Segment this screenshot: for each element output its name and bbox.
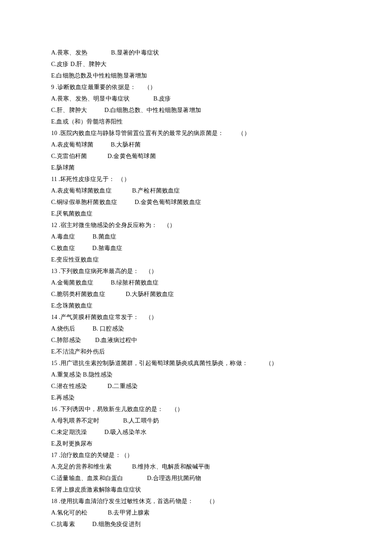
text-line: E.变应性亚败血症 xyxy=(51,254,342,265)
text-line: 15 .用广谱抗生素控制肠道菌群，引起葡萄球菌肠炎或真菌性肠炎，称做： （） xyxy=(51,357,342,369)
text-line: E.再感染 xyxy=(51,392,342,403)
text-line: C.败血症 D.脓毒血症 xyxy=(51,242,342,254)
text-line: 13 .下列败血症病死率最高的是： （） xyxy=(51,265,342,277)
text-line: A.重复感染 B.隐性感染 xyxy=(51,369,342,380)
text-line: E.厌氧菌败血症 xyxy=(51,208,342,219)
text-line: C.肝、脾肿大 D.白细胞总数、中性粒细胞显著增加 xyxy=(51,104,342,116)
text-line: E.及时更换尿布 xyxy=(51,438,342,449)
text-line: C.皮疹 D.肝、脾肿大 xyxy=(51,58,342,70)
text-line: E.白细胞总数及中性粒细胞显著增加 xyxy=(51,70,342,81)
text-line: E.肠球菌 xyxy=(51,162,342,173)
text-line: E.念珠菌败血症 xyxy=(51,300,342,311)
text-line: A.氢化可的松 B.去甲肾上腺素 xyxy=(51,507,342,518)
text-line: C.潜在性感染 D.二重感染 xyxy=(51,380,342,392)
document-page: A.畏寒、发热 B.显著的中毒症状 C.皮疹 D.肝、脾肿大 E.白细胞总数及中… xyxy=(0,0,392,555)
text-line: 18 .使用抗毒血清治疗发生过敏性休克，首选药物是： （） xyxy=(51,495,342,507)
text-line: C.未定期洗澡 D.吸入感染羊水 xyxy=(51,426,342,438)
text-line: C.铜绿假单胞杆菌败血症 D.金黄色葡萄球菌败血症 xyxy=(51,196,342,208)
text-line: C.抗毒素 D.细胞免疫促进剂 xyxy=(51,518,342,530)
text-line: 12 .宿主对微生物感染的全身反应称为： （） xyxy=(51,219,342,231)
text-line: C.克雷伯杆菌 D.金黄色葡萄球菌 xyxy=(51,150,342,162)
text-line: E.血或（和）骨髓培养阳性 xyxy=(51,116,342,127)
text-line: A.金葡菌败血症 B.绿脓杆菌败血症 xyxy=(51,277,342,288)
text-line: E.肾上腺皮质激素解除毒血症症状 xyxy=(51,484,342,495)
text-line: 10 .医院内败血症与静脉导管留置位置有关的最常见的病原菌是： （） xyxy=(51,127,342,139)
text-line: A.烧伤后 B. 口腔感染 xyxy=(51,323,342,334)
text-line: A.表皮葡萄球菌败血症 B.产检杆菌败血症 xyxy=(51,185,342,196)
text-line: 9 .诊断败血症最重要的依据是： （） xyxy=(51,81,342,93)
text-line: A.母乳喂养不定时 B.人工喂牛奶 xyxy=(51,415,342,426)
text-line: A.畏寒、发热、明显中毒症状 B.皮疹 xyxy=(51,93,342,104)
text-line: 17 .治疗败血症的关键是：（） xyxy=(51,449,342,461)
text-line: A.表皮葡萄球菌 B.大肠杆菌 xyxy=(51,139,342,150)
text-line: C.适量输血、血浆和白蛋白 D.合理选用抗菌药物 xyxy=(51,472,342,484)
text-line: C.脆弱类杆菌败血症 D.大肠杆菌败血症 xyxy=(51,288,342,300)
text-line: 16 .下列诱因中，易致新生儿败血症的是： （） xyxy=(51,403,342,415)
text-line: A.畏寒、发热 B.显著的中毒症状 xyxy=(51,47,342,58)
text-line: 11 .坏死性皮疹症见于： （） xyxy=(51,173,342,185)
text-line: A.毒血症 B.菌血症 xyxy=(51,231,342,242)
text-line: A.充足的营养和维生素 B.维持水、电解质和酸碱平衡 xyxy=(51,461,342,472)
text-line: 14 .产气荚膜杆菌败血症常发于： （） xyxy=(51,311,342,323)
text-line: E.不洁流产和外伤后 xyxy=(51,346,342,357)
text-line: C.肺部感染 D.血液病过程中 xyxy=(51,334,342,346)
